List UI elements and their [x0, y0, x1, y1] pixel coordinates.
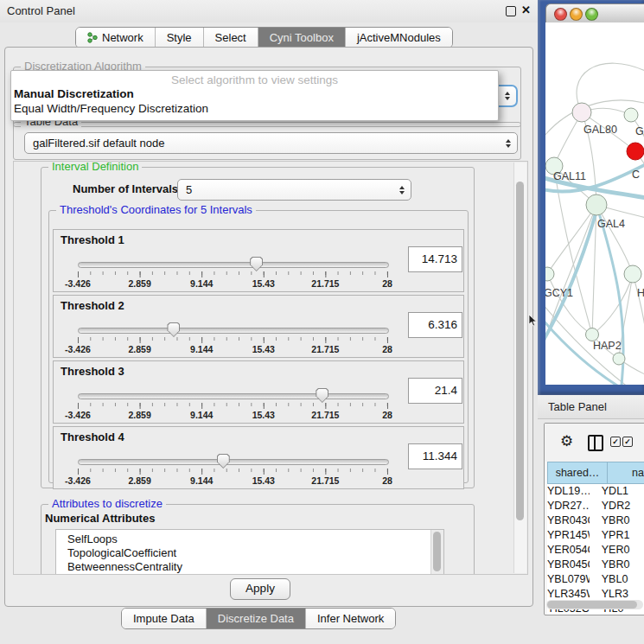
table-row[interactable]: YPR145W YPR1 — [547, 528, 644, 543]
tab-jactivemnodules[interactable]: jActiveMNodules — [346, 28, 452, 48]
float-window-icon[interactable] — [506, 6, 516, 16]
slider-track[interactable] — [78, 459, 389, 465]
cell-name[interactable]: YBR0 — [590, 513, 644, 528]
cell-shared-name[interactable]: YDR27… — [547, 499, 590, 513]
apply-button[interactable]: Apply — [230, 578, 290, 600]
threshold-row: Threshold 3 -3.4262.8599.14415.4321.7152… — [53, 360, 464, 424]
node-gal80[interactable] — [572, 103, 591, 122]
node-top-right[interactable] — [624, 108, 638, 122]
scrollbar-thumb[interactable] — [547, 601, 637, 609]
checkbox-icon[interactable]: ✓ — [622, 437, 633, 447]
threshold-value-field[interactable]: 21.4 — [408, 378, 462, 404]
label-gal80: GAL80 — [583, 124, 617, 136]
attribute-item[interactable]: BetweennessCentrality — [56, 560, 443, 574]
thresholds-list: Threshold 1 -3.4262.8599.14415.4321.7152… — [49, 229, 468, 492]
slider-thumb[interactable] — [217, 454, 230, 469]
checkbox-icon[interactable]: ✓ — [610, 437, 621, 447]
table-horizontal-scrollbar[interactable] — [546, 600, 643, 609]
column-header-name[interactable]: na — [608, 462, 644, 484]
tab-discretize-data[interactable]: Discretize Data — [207, 609, 306, 628]
number-of-intervals-value: 5 — [186, 183, 192, 196]
label-hap2: HAP2 — [593, 340, 622, 352]
zoom-traffic-light-icon[interactable] — [585, 8, 598, 21]
table-row[interactable]: YDL19… YDL1 — [547, 484, 644, 499]
cell-name[interactable]: YDR2 — [590, 499, 644, 513]
tab-impute-data[interactable]: Impute Data — [122, 609, 207, 628]
columns-icon[interactable] — [588, 435, 603, 451]
close-icon[interactable]: ✕ — [521, 3, 531, 16]
attributes-list-scrollbar[interactable] — [430, 530, 443, 575]
network-window-titlebar — [545, 3, 644, 24]
threshold-value-field[interactable]: 6.316 — [408, 312, 462, 338]
gear-icon[interactable]: ⚙ — [560, 433, 573, 450]
node-bottom[interactable] — [613, 353, 625, 365]
scale-tick-label: 15.43 — [252, 344, 275, 354]
cell-shared-name[interactable]: YDL19… — [547, 484, 590, 499]
node-gal4[interactable] — [586, 194, 607, 215]
table-data-group: Table Data galFiltered.sif default node — [13, 122, 521, 160]
numerical-attributes-list[interactable]: SelfLoopsTopologicalCoefficientBetweenne… — [55, 529, 444, 575]
cell-shared-name[interactable]: YBL079W — [547, 572, 590, 587]
scale-tick-label: -3.426 — [65, 344, 91, 354]
table-row[interactable]: YBR043C YBR0 — [547, 513, 644, 528]
slider-thumb[interactable] — [250, 257, 263, 271]
threshold-value-field[interactable]: 14.713 — [408, 246, 462, 272]
tab-network[interactable]: Network — [76, 28, 156, 48]
tab-select[interactable]: Select — [204, 28, 258, 48]
attribute-item[interactable]: TopologicalCoefficient — [56, 546, 443, 560]
algorithm-option-manual[interactable]: Manual Discretization — [11, 86, 498, 101]
tab-cyni-toolbox[interactable]: Cyni Toolbox — [258, 28, 346, 48]
cell-shared-name[interactable]: YBR043C — [547, 513, 590, 528]
settings-scroll-region: Interval Definition Number of Intervals … — [13, 161, 528, 575]
node-right[interactable] — [624, 265, 641, 283]
cell-shared-name[interactable]: YBR045C — [547, 558, 590, 572]
scale-tick-label: 15.43 — [252, 475, 275, 486]
node-gcy1[interactable] — [545, 267, 554, 281]
cell-shared-name[interactable]: YER054C — [547, 543, 590, 558]
node-red-selected[interactable] — [627, 143, 644, 160]
table-header-row: shared… na — [547, 462, 644, 484]
minimize-traffic-light-icon[interactable] — [570, 8, 583, 21]
algorithm-option-equal-width[interactable]: Equal Width/Frequency Discretization — [11, 101, 498, 116]
cell-name[interactable]: YBL0 — [590, 572, 644, 587]
scale-tick-label: 28 — [382, 410, 392, 420]
label-partial-top-right: GA — [635, 125, 644, 137]
cell-name[interactable]: YPR1 — [590, 528, 644, 543]
slider-track[interactable] — [78, 262, 389, 268]
table-row[interactable]: YBR045C YBR0 — [547, 558, 644, 572]
threshold-label: Threshold 1 — [61, 233, 124, 246]
scale-tick-label: 9.144 — [190, 344, 213, 354]
network-canvas[interactable]: GAL80 GA C GAL11 GAL4 GCY1 H HAP2 — [545, 22, 644, 385]
tab-style[interactable]: Style — [156, 28, 204, 48]
slider-thumb[interactable] — [316, 388, 328, 403]
cell-name[interactable]: YDL1 — [590, 484, 644, 499]
attribute-item[interactable]: SelfLoops — [56, 532, 443, 546]
scale-tick-label: 21.715 — [311, 475, 339, 486]
settings-vertical-scrollbar[interactable] — [513, 163, 526, 573]
threshold-label: Threshold 3 — [61, 365, 124, 378]
table-row[interactable]: YER054C YER0 — [547, 543, 644, 558]
slider-ticks-major — [78, 403, 388, 409]
table-row[interactable]: YDR27… YDR2 — [547, 499, 644, 513]
scrollbar-thumb[interactable] — [516, 182, 524, 520]
threshold-value-field[interactable]: 11.344 — [408, 443, 462, 469]
slider-scale-labels: -3.4262.8599.14415.4321.71528 — [78, 344, 387, 354]
column-header-shared-name[interactable]: shared… — [547, 462, 608, 484]
tab-infer-network[interactable]: Infer Network — [306, 609, 395, 628]
cell-name[interactable]: YBR0 — [590, 558, 644, 572]
network-nodes[interactable] — [545, 103, 644, 365]
scale-tick-label: 2.859 — [128, 410, 150, 420]
slider-track[interactable] — [78, 328, 389, 334]
slider-track[interactable] — [78, 393, 389, 399]
table-rows: YDL19… YDL1 YDR27… YDR2 YBR043C YBR0 YPR… — [547, 484, 644, 615]
slider-ticks-major — [78, 469, 388, 475]
threshold-row: Threshold 4 -3.4262.8599.14415.4321.7152… — [53, 426, 464, 489]
slider-thumb[interactable] — [167, 322, 180, 337]
cell-name[interactable]: YER0 — [590, 543, 644, 558]
table-data-combobox[interactable]: galFiltered.sif default node — [24, 132, 518, 154]
threshold-label: Threshold 4 — [61, 430, 124, 443]
cell-shared-name[interactable]: YPR145W — [547, 528, 590, 543]
close-traffic-light-icon[interactable] — [554, 8, 567, 21]
table-row[interactable]: YBL079W YBL0 — [547, 572, 644, 587]
number-of-intervals-spinner[interactable]: 5 — [177, 179, 411, 201]
